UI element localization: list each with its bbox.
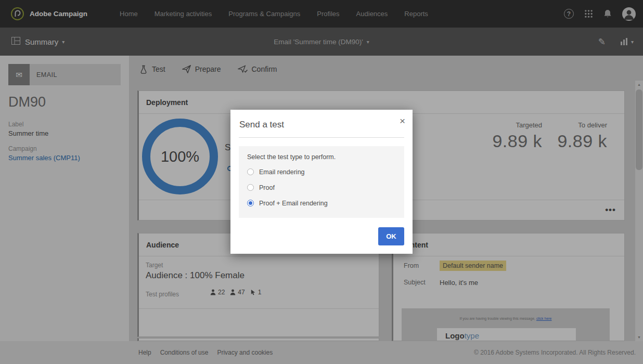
ok-button[interactable]: OK — [378, 227, 404, 245]
dialog-title: Send a test — [239, 120, 284, 130]
adobe-campaign-app: Adobe Campaign Home Marketing activities… — [0, 0, 643, 364]
option-proof[interactable]: Proof — [247, 183, 396, 192]
test-type-prompt: Select the test type to perform. — [247, 153, 396, 161]
radio-button-icon[interactable] — [247, 168, 254, 175]
radio-button-icon[interactable] — [247, 200, 254, 206]
send-a-test-dialog: Send a test × Select the test type to pe… — [230, 110, 413, 254]
close-icon[interactable]: × — [400, 116, 405, 126]
option-email-rendering[interactable]: Email rendering — [247, 167, 396, 176]
dialog-divider — [239, 137, 404, 138]
radio-button-icon[interactable] — [247, 184, 254, 191]
option-proof-email-rendering[interactable]: Proof + Email rendering — [247, 199, 396, 207]
test-type-box: Select the test type to perform. Email r… — [239, 146, 404, 218]
